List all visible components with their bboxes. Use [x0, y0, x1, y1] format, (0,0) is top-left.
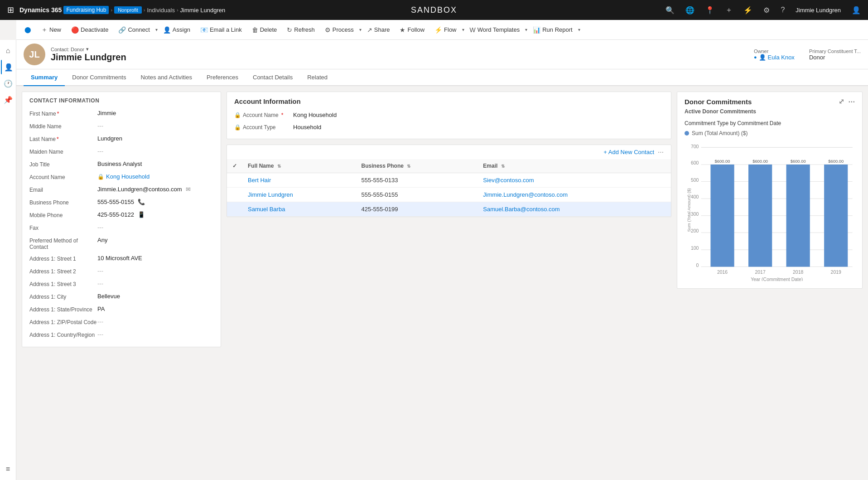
follow-btn[interactable]: ★ Follow [395, 24, 429, 36]
settings-icon[interactable]: ⚙ [760, 4, 773, 16]
flow-btn[interactable]: ⚡ Flow [430, 24, 461, 36]
field-value-accountname: 🔒 Kong Household [97, 173, 213, 180]
help-icon[interactable]: ? [777, 4, 788, 16]
deactivate-btn[interactable]: 🔴 Deactivate [67, 24, 113, 36]
tabs-bar: Summary Donor Commitments Notes and Acti… [16, 69, 868, 86]
app-title[interactable]: Dynamics 365 [19, 6, 62, 14]
svg-text:100: 100 [691, 246, 699, 251]
globe-icon[interactable]: 🌐 [682, 4, 698, 16]
contacts-col-phone[interactable]: Business Phone ⇅ [356, 159, 478, 173]
table-row: Bert Hair 555-555-0133 Siev@contoso.com [227, 173, 671, 188]
home-circle-icon: ⬤ [24, 26, 31, 33]
contacts-col-check: ✓ [227, 159, 242, 173]
refresh-btn[interactable]: ↻ Refresh [282, 24, 319, 36]
account-field-row-name: 🔒 Account Name* Kong Household [227, 109, 671, 121]
hub-dropdown[interactable]: Fundraising Hub [63, 6, 109, 14]
user-avatar-icon[interactable]: 👤 [848, 4, 864, 16]
bar-2017[interactable] [748, 165, 772, 267]
row-fullname-2: Samuel Barba [242, 202, 356, 217]
sidebar-icon-person[interactable]: 👤 [1, 60, 15, 74]
field-label-firstname: First Name* [29, 110, 97, 117]
field-value-email: Jimmie.Lundgren@contoso.com ✉ [97, 186, 213, 193]
tab-contact-details[interactable]: Contact Details [246, 69, 300, 86]
svg-text:0: 0 [696, 263, 699, 268]
process-dropdown-icon[interactable]: ▾ [359, 27, 362, 32]
process-btn[interactable]: ⚙ Process [320, 24, 358, 36]
nav-chevron1: › [111, 7, 112, 13]
owner-link[interactable]: Eula Knox [768, 54, 795, 61]
tab-preferences[interactable]: Preferences [199, 69, 246, 86]
tab-notes-activities[interactable]: Notes and Activities [133, 69, 199, 86]
report-icon: 📊 [533, 26, 540, 34]
sidebar-icon-home[interactable]: ⌂ [1, 44, 15, 58]
search-icon[interactable]: 🔍 [662, 4, 678, 16]
field-value-zip: --- [97, 318, 213, 325]
account-name-link[interactable]: Kong Household [106, 173, 149, 180]
field-label-lastname: Last Name* [29, 135, 97, 142]
deactivate-icon: 🔴 [71, 26, 79, 34]
add-new-contact-btn[interactable]: + Add New Contact [603, 149, 654, 155]
owner-label: Owner [754, 48, 795, 54]
expand-icon[interactable]: ⤢ [839, 97, 844, 106]
nav-chevron2: › [144, 7, 145, 13]
run-report-btn[interactable]: 📊 Run Report [528, 24, 577, 36]
entity-type-chevron[interactable]: ▾ [86, 46, 89, 52]
bar-2019[interactable] [824, 165, 848, 267]
bar-2016[interactable] [710, 165, 734, 267]
email-action-icon[interactable]: ✉ [186, 186, 191, 193]
home-cmd-btn[interactable]: ⬤ [20, 24, 36, 36]
word-templates-btn[interactable]: W Word Templates [465, 24, 525, 36]
field-value-mobilephone: 425-555-0122 📱 [97, 211, 213, 218]
share-icon: ↗ [367, 26, 372, 34]
fullname-sort-icon[interactable]: ⇅ [277, 164, 281, 169]
row-phone-0: 555-555-0133 [356, 173, 478, 188]
chart-area: 0 100 200 300 400 500 600 700 Sum (Total… [677, 140, 862, 288]
field-label-middlename: Middle Name [29, 122, 97, 130]
contacts-table-menu-icon[interactable]: ⋯ [658, 149, 664, 155]
donor-panel-subtitle: Active Donor Commitments [677, 107, 862, 118]
field-value-middlename: --- [97, 122, 213, 129]
contacts-col-fullname[interactable]: Full Name ⇅ [242, 159, 356, 173]
share-btn[interactable]: ↗ Share [362, 24, 395, 36]
connect-dropdown-icon[interactable]: ▾ [155, 27, 158, 32]
tab-related[interactable]: Related [300, 69, 335, 86]
contacts-col-email[interactable]: Email ⇅ [477, 159, 671, 173]
flow-dropdown-icon[interactable]: ▾ [462, 27, 464, 32]
field-value-lastname: Lundgren [97, 135, 213, 142]
field-row-middlename: Middle Name --- [22, 120, 221, 133]
svg-text:500: 500 [691, 178, 699, 183]
account-field-row-type: 🔒 Account Type Household [227, 121, 671, 133]
bizphone-icon[interactable]: 📞 [138, 199, 145, 205]
delete-btn[interactable]: 🗑 Delete [247, 24, 282, 36]
field-value-firstname: Jimmie [97, 110, 213, 116]
user-name[interactable]: Jimmie Lundgren [792, 5, 844, 15]
word-templates-dropdown-icon[interactable]: ▾ [525, 27, 527, 32]
breadcrumb-individuals[interactable]: Individuals [147, 7, 174, 14]
table-row: Samuel Barba 425-555-0199 Samuel.Barba@c… [227, 202, 671, 217]
entity-type: Contact: Donor ▾ [51, 46, 126, 52]
location-icon[interactable]: 📍 [702, 4, 718, 16]
mobilephone-icon[interactable]: 📱 [138, 211, 145, 218]
new-btn[interactable]: ＋ New [37, 23, 66, 37]
word-icon: W [470, 26, 476, 34]
email-sort-icon[interactable]: ⇅ [501, 164, 505, 169]
new-icon[interactable]: ＋ [722, 4, 736, 17]
tab-summary[interactable]: Summary [24, 69, 65, 86]
run-report-dropdown-icon[interactable]: ▾ [578, 27, 580, 32]
connect-btn[interactable]: 🔗 Connect [114, 24, 154, 36]
sidebar-icon-pinned[interactable]: 📌 [1, 92, 15, 107]
tab-donor-commitments[interactable]: Donor Commitments [65, 69, 133, 86]
donor-panel-menu-icon[interactable]: ⋯ [848, 97, 855, 106]
field-label-fax: Fax [29, 224, 97, 231]
field-row-email: Email Jimmie.Lundgren@contoso.com ✉ [22, 184, 221, 196]
phone-sort-icon[interactable]: ⇅ [407, 164, 410, 169]
sidebar-icon-recent[interactable]: 🕐 [1, 76, 15, 91]
field-label-country: Address 1: Country/Region [29, 331, 97, 338]
waffle-icon[interactable]: ⊞ [4, 3, 18, 17]
email-link-btn[interactable]: 📧 Email a Link [196, 24, 246, 36]
row-phone-1: 555-555-0155 [356, 188, 478, 202]
bar-2018[interactable] [786, 165, 810, 267]
assign-btn[interactable]: 👤 Assign [159, 24, 195, 36]
field-label-zip: Address 1: ZIP/Postal Code [29, 318, 97, 325]
filter-icon[interactable]: ⚡ [740, 4, 756, 16]
